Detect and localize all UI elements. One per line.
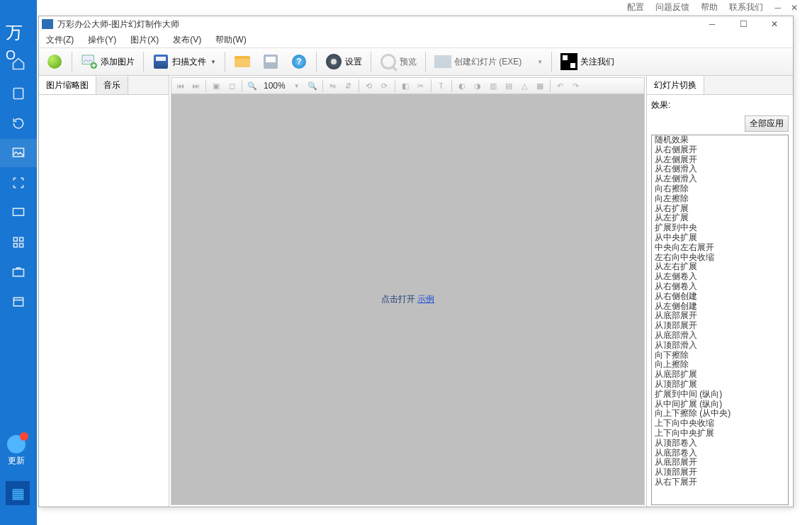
transition-effect-item[interactable]: 从右侧滑入: [652, 164, 788, 174]
transition-effect-item[interactable]: 从右侧展开: [652, 145, 788, 155]
first-icon[interactable]: ⏮: [174, 80, 186, 91]
transition-effect-item[interactable]: 从底部滑入: [652, 331, 788, 341]
transition-effect-item[interactable]: 从左侧创建: [652, 302, 788, 312]
transition-effect-item[interactable]: 向上下擦除 (从中央): [652, 409, 788, 419]
crop-icon[interactable]: ✂: [415, 80, 427, 91]
apps-icon[interactable]: [0, 228, 37, 256]
tab-transition[interactable]: 幻灯片切换: [647, 76, 704, 94]
undo-icon[interactable]: ↶: [555, 80, 566, 91]
actual-icon[interactable]: ◻: [226, 80, 237, 91]
zoom-out-icon[interactable]: 🔍: [307, 80, 318, 91]
menu-file[interactable]: 文件(Z): [42, 33, 78, 47]
transition-effect-item[interactable]: 从右侧卷入: [652, 282, 788, 292]
transition-effect-item[interactable]: 向下擦除: [652, 351, 788, 361]
transition-effect-item[interactable]: 中央向左右展开: [652, 243, 788, 253]
grayscale-icon[interactable]: ▥: [487, 80, 499, 91]
transition-effect-item[interactable]: 上下向中央扩展: [652, 429, 788, 439]
bg-feedback[interactable]: 问题反馈: [655, 1, 689, 13]
transition-effect-item[interactable]: 上下向中央收缩: [652, 419, 788, 429]
transition-effect-item[interactable]: 从中间扩展 (纵向): [652, 400, 788, 410]
transition-effects-list[interactable]: 随机效果从右侧展开从左侧展开从右侧滑入从左侧滑入向右擦除向左擦除从右扩展从左扩展…: [651, 135, 789, 505]
deskew-icon[interactable]: ◧: [400, 80, 411, 91]
transition-effect-item[interactable]: 从顶部展开: [652, 321, 788, 331]
rotate-right-icon[interactable]: ⟳: [379, 80, 390, 91]
fit-icon[interactable]: ▣: [210, 80, 222, 91]
new-button[interactable]: [42, 50, 67, 73]
transition-effect-item[interactable]: 向左擦除: [652, 194, 788, 204]
open-button[interactable]: [230, 50, 255, 73]
menu-publish[interactable]: 发布(V): [169, 33, 205, 47]
zoom-in-icon[interactable]: 🔍: [247, 80, 258, 91]
transition-effect-item[interactable]: 从左侧滑入: [652, 174, 788, 184]
create-slideshow-button[interactable]: 创建幻灯片 (EXE) ▼: [430, 50, 547, 73]
preview-button[interactable]: 预览: [376, 50, 421, 73]
transition-effect-item[interactable]: 从右下展开: [652, 478, 788, 487]
transition-effect-item[interactable]: 从底部扩展: [652, 370, 788, 380]
menu-image[interactable]: 图片(X): [126, 33, 163, 47]
transition-effect-item[interactable]: 从顶部卷入: [652, 439, 788, 448]
example-link[interactable]: 示例: [417, 294, 434, 304]
transition-effect-item[interactable]: 从底部展开: [652, 458, 788, 468]
bg-contact[interactable]: 联系我们: [729, 1, 763, 13]
bg-config[interactable]: 配置: [627, 1, 644, 13]
follow-button[interactable]: 关注我们: [556, 50, 619, 73]
menu-help[interactable]: 帮助(W): [211, 33, 250, 47]
save-button[interactable]: [258, 50, 283, 73]
close-button[interactable]: ✕: [759, 17, 790, 31]
transition-effect-item[interactable]: 从右侧创建: [652, 292, 788, 302]
bg-qr-icon[interactable]: ▦: [6, 481, 30, 505]
add-image-button[interactable]: 添加图片: [77, 50, 139, 73]
window-icon[interactable]: [0, 288, 37, 316]
brightness-icon[interactable]: ◑: [472, 80, 483, 91]
transition-effect-item[interactable]: 从顶部滑入: [652, 341, 788, 351]
canvas-area[interactable]: 点击打开 示例: [171, 94, 645, 505]
briefcase-icon[interactable]: [0, 258, 37, 286]
bg-minimize-icon[interactable]: ─: [774, 3, 781, 13]
pdf-icon[interactable]: [0, 79, 37, 108]
transition-effect-item[interactable]: 从底部卷入: [652, 448, 788, 458]
flip-h-icon[interactable]: ⇋: [327, 80, 339, 91]
screen-icon[interactable]: [0, 198, 37, 227]
transition-effect-item[interactable]: 从顶部展开: [652, 468, 788, 478]
transition-effect-item[interactable]: 扩展到中间 (纵向): [652, 390, 788, 400]
color-icon[interactable]: ▦: [534, 80, 546, 91]
transition-effect-item[interactable]: 向上擦除: [652, 360, 788, 370]
transition-effect-item[interactable]: 从顶部扩展: [652, 380, 788, 390]
transition-effect-item[interactable]: 从底部展开: [652, 311, 788, 321]
transition-effect-item[interactable]: 从左扩展: [652, 213, 788, 223]
settings-button[interactable]: 设置: [321, 50, 366, 73]
transition-effect-item[interactable]: 左右向中央收缩: [652, 253, 788, 263]
image-icon[interactable]: [0, 139, 37, 167]
contrast-icon[interactable]: ◐: [456, 80, 468, 91]
scan-button[interactable]: 扫描文件 ▼: [148, 50, 220, 73]
bw-icon[interactable]: ▤: [503, 80, 514, 91]
apply-all-button[interactable]: 全部应用: [745, 115, 789, 132]
refresh-icon[interactable]: [0, 109, 37, 137]
rotate-left-icon[interactable]: ⟲: [363, 80, 375, 91]
titlebar[interactable]: 万彩办公大师-图片幻灯制作大师 ─ ☐ ✕: [39, 16, 793, 32]
bg-help[interactable]: 帮助: [701, 1, 718, 13]
chevron-down-icon[interactable]: ▼: [291, 80, 303, 91]
transition-effect-item[interactable]: 从左右扩展: [652, 262, 788, 272]
transition-effect-item[interactable]: 从左侧卷入: [652, 272, 788, 282]
edge-icon[interactable]: △: [519, 80, 530, 91]
menu-operate[interactable]: 操作(Y): [84, 33, 120, 47]
maximize-button[interactable]: ☐: [728, 17, 759, 31]
last-icon[interactable]: ⏭: [190, 80, 201, 91]
bg-close-icon[interactable]: ✕: [791, 3, 798, 13]
thumbnail-area[interactable]: [39, 95, 169, 507]
bg-update[interactable]: 更新: [7, 435, 26, 467]
flip-v-icon[interactable]: ⇵: [343, 80, 354, 91]
minimize-button[interactable]: ─: [697, 17, 728, 31]
tab-thumbnails[interactable]: 图片缩略图: [39, 76, 96, 94]
transition-effect-item[interactable]: 扩展到中央: [652, 223, 788, 233]
redo-icon[interactable]: ↷: [570, 80, 582, 91]
scan-icon[interactable]: [0, 169, 37, 197]
transition-effect-item[interactable]: 随机效果: [652, 135, 788, 145]
text-icon[interactable]: T: [436, 80, 447, 91]
transition-effect-item[interactable]: 从中央扩展: [652, 233, 788, 243]
transition-effect-item[interactable]: 从右扩展: [652, 204, 788, 214]
transition-effect-item[interactable]: 从左侧展开: [652, 155, 788, 165]
tab-music[interactable]: 音乐: [96, 76, 128, 94]
help-button[interactable]: ?: [286, 50, 312, 73]
